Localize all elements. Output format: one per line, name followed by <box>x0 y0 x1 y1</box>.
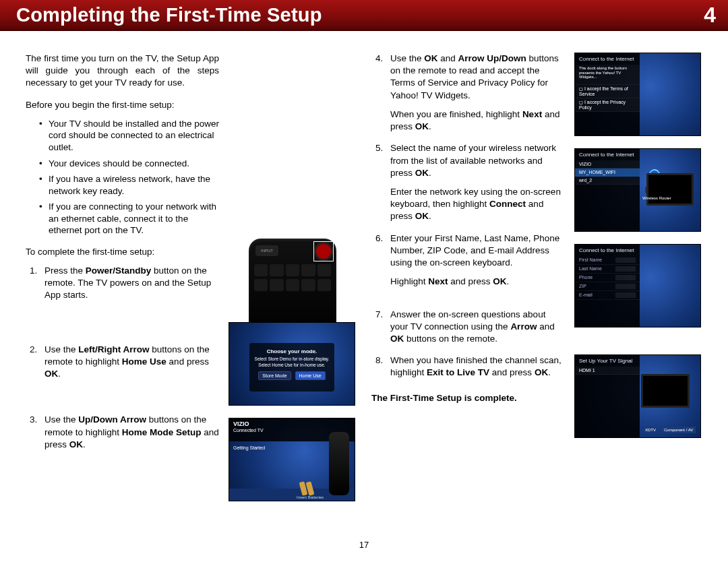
mode-select-screenshot: Choose your mode. Select Store Demo for … <box>229 322 355 406</box>
mini-remote-icon <box>329 432 349 495</box>
prereq-list: Your TV should be installed and the powe… <box>26 118 219 237</box>
step-5: Select the name of your wireless network… <box>375 142 565 222</box>
page-number: 17 <box>0 540 728 550</box>
chapter-title: Completing the First-Time Setup <box>16 4 322 26</box>
intro-paragraph: The first time you turn on the TV, the S… <box>26 53 219 90</box>
form-screenshot: Connect to the Internet First Name Last … <box>574 244 701 327</box>
prereq-item: If you have a wireless network, have the… <box>39 173 219 197</box>
step-1: Press the Power/Standby button on the re… <box>30 265 219 302</box>
tv-signal-screenshot: Set Up Your TV Signal HDMI 1 XDTV Compon… <box>574 354 701 438</box>
prereq-item: Your devices should be connected. <box>39 158 219 170</box>
tv-icon <box>641 374 690 408</box>
left-image-column: INPUT Choose your mode. Select Store Dem… <box>229 53 357 513</box>
complete-lead: To complete the first-time setup: <box>26 246 219 258</box>
power-outline <box>313 241 334 261</box>
before-lead: Before you begin the first-time setup: <box>26 99 219 111</box>
prereq-item: If you are connecting to your network wi… <box>39 201 219 237</box>
setup-complete-msg: The First-Time Setup is complete. <box>371 393 565 403</box>
chapter-number: 4 <box>704 3 716 28</box>
step-6: Enter your First Name, Last Name, Phone … <box>375 232 565 288</box>
right-column: Use the OK and Arrow Up/Down buttons on … <box>371 53 702 513</box>
right-image-column: Connect to the Internet The dock along t… <box>574 53 702 513</box>
step-2: Use the Left/Right Arrow buttons on the … <box>30 344 219 381</box>
step-7: Answer the on-screen questions about you… <box>375 309 565 346</box>
page-body: The first time you turn on the TV, the S… <box>0 31 728 513</box>
step-3: Use the Up/Down Arrow buttons on the rem… <box>30 414 219 451</box>
chapter-header: Completing the First-Time Setup 4 <box>0 0 728 31</box>
terms-screenshot: Connect to the Internet The dock along t… <box>574 53 701 136</box>
remote-illustration: INPUT <box>229 236 355 310</box>
left-column: The first time you turn on the TV, the S… <box>26 53 357 513</box>
network-list-screenshot: Connect to the Internet VIZIO MY_HOME_WI… <box>574 148 701 232</box>
steps-right: Use the OK and Arrow Up/Down buttons on … <box>371 53 565 379</box>
step-8: When you have finished the channel scan,… <box>375 354 565 379</box>
step-4: Use the OK and Arrow Up/Down buttons on … <box>375 53 565 133</box>
tv-icon <box>646 173 694 206</box>
remote-input-btn: INPUT <box>255 245 278 256</box>
steps-left: Press the Power/Standby button on the re… <box>26 265 219 451</box>
connected-tv-screenshot: VIZIO Connected TV Getting Started Inser… <box>229 418 355 501</box>
prereq-item: Your TV should be installed and the powe… <box>39 118 219 154</box>
